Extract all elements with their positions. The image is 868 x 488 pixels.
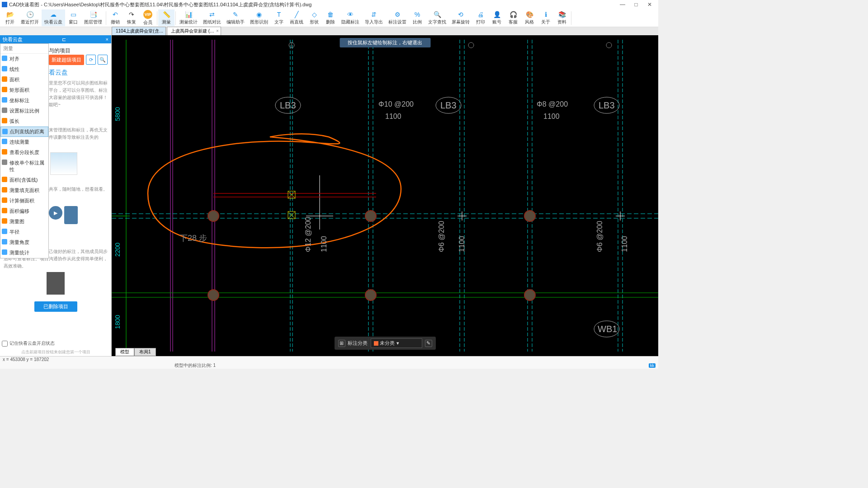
toolbar-最近打开[interactable]: 🕒最近打开 [18, 9, 42, 26]
layout1-tab[interactable]: 布局1 [134, 348, 156, 356]
toolbar-文字[interactable]: T文字 [271, 9, 287, 26]
minimize-button[interactable]: — [616, 1, 629, 8]
close-icon[interactable]: × [165, 28, 166, 33]
toolbar-icon: ╱ [292, 10, 301, 19]
toolbar-icon: 🎨 [525, 10, 533, 19]
measure-item-8[interactable]: 连续测量 [0, 137, 48, 147]
measure-item-15[interactable]: 测量图 [0, 216, 48, 227]
cad-svg: LB3 LB3 LB3 WB1 Φ10 @2001100 Φ8 @2001100… [112, 35, 658, 356]
remember-checkbox[interactable]: 记住快看云盘开启状态 [0, 338, 111, 348]
toolbar-文字查找[interactable]: 🔍文字查找 [425, 9, 449, 26]
toolbar-打开[interactable]: 📂打开 [2, 9, 18, 26]
svg-text:Φ8 @200: Φ8 @200 [537, 100, 568, 108]
toolbar-icon: ☁ [49, 10, 57, 19]
edit-icon[interactable]: ✎ [425, 340, 432, 347]
measure-item-18[interactable]: 测量统计 [0, 248, 48, 258]
measure-item-16[interactable]: 半径 [0, 227, 48, 237]
measure-item-3[interactable]: 矩形面积 [0, 85, 48, 95]
toolbar-客服[interactable]: 🎧客服 [505, 9, 521, 26]
file-tab-2[interactable]: 上虞禹舜会堂新建 (…× [167, 27, 221, 35]
pin-icon[interactable]: ⊏ [62, 37, 66, 42]
toolbar-隐藏标注[interactable]: 👁隐藏标注 [339, 9, 362, 26]
markup-category-select[interactable]: 未分类 ▾ [370, 338, 422, 348]
svg-text:2200: 2200 [114, 243, 121, 257]
toolbar-icon: ℹ [542, 10, 550, 19]
measure-item-icon [2, 208, 7, 213]
toolbar-标注设置[interactable]: ⚙标注设置 [386, 9, 409, 26]
svg-text:5800: 5800 [114, 107, 121, 121]
toolbar-撤销[interactable]: ↶撤销 [107, 9, 123, 26]
measure-item-icon [2, 249, 7, 255]
measure-item-0[interactable]: 对齐 [0, 54, 48, 64]
measure-item-11[interactable]: 面积(含弧线) [0, 175, 48, 185]
close-icon[interactable]: × [106, 37, 108, 42]
measure-item-12[interactable]: 测量填充面积 [0, 185, 48, 196]
maximize-button[interactable]: □ [629, 1, 643, 8]
toolbar-icon: 🎧 [509, 10, 517, 19]
cloud-panel-header: 快看云盘 ⊏ × [0, 35, 111, 43]
grid-icon[interactable]: ⊞ [338, 340, 345, 347]
toolbar-资料[interactable]: 📚资料 [554, 9, 570, 26]
measure-item-6[interactable]: 弧长 [0, 116, 48, 127]
measure-item-17[interactable]: 测量角度 [0, 237, 48, 248]
svg-point-33 [365, 211, 376, 221]
measure-item-icon [2, 187, 7, 192]
model-tab[interactable]: 模型 [115, 348, 134, 356]
toolbar-图层管理[interactable]: 📑图层管理 [81, 9, 105, 26]
measure-item-13[interactable]: 计算侧面积 [0, 196, 48, 206]
svg-text:WB1: WB1 [598, 324, 617, 334]
toolbar-会员[interactable]: VIP会员 [140, 9, 156, 27]
toolbar-关于[interactable]: ℹ关于 [538, 9, 554, 26]
measure-item-icon [2, 239, 7, 244]
toolbar-屏幕旋转[interactable]: ⟲屏幕旋转 [449, 9, 472, 26]
toolbar-icon: % [413, 10, 421, 19]
measure-item-9[interactable]: 查看分段长度 [0, 147, 48, 158]
new-project-button[interactable]: 新建超级项目 [49, 55, 84, 65]
measure-item-10[interactable]: 修改单个标注属性 [0, 158, 48, 175]
measure-item-4[interactable]: 坐标标注 [0, 95, 48, 106]
svg-point-71 [606, 42, 612, 48]
window-title: CAD快速看图 - C:\Users\Hasee\Desktop\村民服务中心整… [9, 1, 311, 8]
toolbar-icon: 🖨 [476, 10, 485, 19]
toolbar-恢复[interactable]: ↷恢复 [123, 9, 140, 26]
toolbar-测量统计[interactable]: 📊测量统计 [177, 9, 200, 26]
status-badge[interactable]: kk [649, 363, 656, 368]
toolbar-窗口[interactable]: ▭窗口 [65, 9, 81, 26]
svg-text:Φ6 @200: Φ6 @200 [438, 221, 445, 252]
measure-item-1[interactable]: 线性 [0, 64, 48, 75]
close-button[interactable]: ✕ [643, 1, 656, 8]
toolbar-打印[interactable]: 🖨打印 [472, 9, 489, 26]
toolbar-图形识别[interactable]: ◉图形识别 [247, 9, 271, 26]
deleted-projects-button[interactable]: 已删除项目 [34, 301, 77, 312]
file-tab-1[interactable]: 1104上虞虞舜会堂(含…× [112, 27, 166, 35]
drawing-canvas[interactable]: 按住鼠标左键绘制标注，右键退出 [112, 35, 658, 356]
toolbar-删除[interactable]: 🗑删除 [322, 9, 339, 26]
remember-checkbox-input[interactable] [2, 341, 8, 347]
toolbar-测量[interactable]: 📏测量 [158, 9, 175, 26]
toolbar-账号[interactable]: 👤账号 [489, 9, 505, 26]
search-button[interactable]: 🔍 [98, 55, 108, 65]
toolbar-风格[interactable]: 🎨风格 [521, 9, 538, 26]
measure-item-7[interactable]: 点到直线的距离 [0, 127, 48, 137]
toolbar-比例[interactable]: %比例 [409, 9, 425, 26]
toolbar-icon: ✎ [231, 10, 240, 19]
toolbar-画直线[interactable]: ╱画直线 [287, 9, 306, 26]
cloud-heading: 看云盘 [49, 69, 108, 77]
measure-item-2[interactable]: 面积 [0, 75, 48, 85]
refresh-button[interactable]: ⟳ [86, 55, 96, 65]
toolbar-icon: 👤 [493, 10, 501, 19]
svg-point-32 [208, 211, 219, 221]
toolbar-快看云盘[interactable]: ☁快看云盘 [42, 9, 65, 26]
toolbar-导入导出[interactable]: ⇵导入导出 [362, 9, 386, 26]
measure-dropdown: 测量 对齐线性面积矩形面积坐标标注设置标注比例弧长点到直线的距离连续测量查看分段… [0, 43, 49, 258]
measure-item-14[interactable]: 面积偏移 [0, 206, 48, 216]
svg-text:LB3: LB3 [280, 100, 296, 110]
toolbar-图纸对比[interactable]: ⇄图纸对比 [200, 9, 224, 26]
main-toolbar: 📂打开🕒最近打开☁快看云盘▭窗口📑图层管理↶撤销↷恢复VIP会员📏测量📊测量统计… [0, 9, 658, 27]
toolbar-编辑助手[interactable]: ✎编辑助手 [224, 9, 247, 26]
close-icon[interactable]: × [216, 28, 219, 33]
toolbar-icon: 📏 [162, 10, 170, 19]
svg-text:1100: 1100 [320, 236, 328, 252]
measure-item-5[interactable]: 设置标注比例 [0, 106, 48, 116]
toolbar-形状[interactable]: ◇形状 [306, 9, 322, 26]
